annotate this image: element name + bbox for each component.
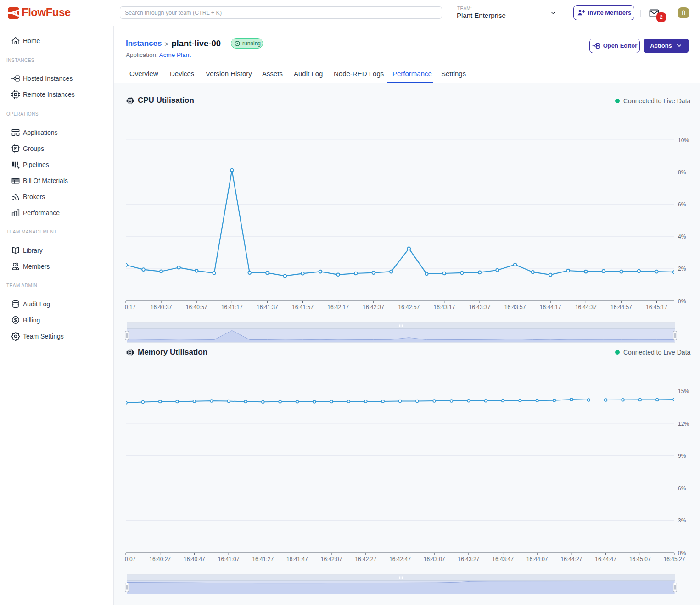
svg-text:16:44:07: 16:44:07 [526,556,548,562]
svg-text:16:40:37: 16:40:37 [151,304,172,311]
svg-text:16:42:57: 16:42:57 [398,304,420,311]
svg-text:16:43:17: 16:43:17 [434,304,455,311]
svg-text:4%: 4% [678,233,686,240]
svg-text:16:45:07: 16:45:07 [629,556,651,562]
svg-text:0:07: 0:07 [125,556,136,562]
svg-text:16:45:27: 16:45:27 [664,556,685,562]
svg-text:6%: 6% [678,201,686,208]
svg-text:16:45:17: 16:45:17 [646,304,667,311]
svg-text:16:42:07: 16:42:07 [321,556,342,562]
svg-text:16:43:07: 16:43:07 [424,556,445,562]
svg-text:16:41:07: 16:41:07 [218,556,240,562]
svg-text:3%: 3% [678,517,686,524]
svg-text:16:42:17: 16:42:17 [327,304,349,311]
svg-text:16:41:27: 16:41:27 [252,556,274,562]
svg-text:0%: 0% [678,550,686,556]
svg-text:16:43:47: 16:43:47 [492,556,514,562]
svg-text:16:44:37: 16:44:37 [575,304,597,311]
svg-text:0:17: 0:17 [125,304,136,311]
svg-text:2%: 2% [678,266,686,272]
svg-text:9%: 9% [678,453,686,459]
svg-text:16:43:37: 16:43:37 [469,304,491,311]
svg-text:15%: 15% [678,388,689,394]
svg-text:16:42:37: 16:42:37 [363,304,384,311]
svg-text:6%: 6% [678,485,686,492]
svg-text:12%: 12% [678,421,689,427]
svg-text:16:41:47: 16:41:47 [286,556,308,562]
svg-text:16:43:27: 16:43:27 [458,556,480,562]
svg-text:16:40:57: 16:40:57 [186,304,207,311]
svg-text:16:44:27: 16:44:27 [561,556,582,562]
svg-text:16:41:17: 16:41:17 [221,304,243,311]
svg-text:0%: 0% [678,298,686,305]
svg-text:16:41:57: 16:41:57 [292,304,314,311]
svg-text:16:42:27: 16:42:27 [355,556,376,562]
svg-text:16:41:37: 16:41:37 [257,304,278,311]
svg-text:16:40:47: 16:40:47 [184,556,205,562]
svg-text:16:44:57: 16:44:57 [610,304,632,311]
svg-text:16:44:47: 16:44:47 [595,556,616,562]
svg-text:16:43:57: 16:43:57 [504,304,526,311]
svg-text:16:40:27: 16:40:27 [149,556,171,562]
svg-text:16:42:47: 16:42:47 [389,556,411,562]
svg-text:8%: 8% [678,169,686,176]
svg-text:10%: 10% [678,137,689,144]
svg-text:16:44:17: 16:44:17 [540,304,561,311]
